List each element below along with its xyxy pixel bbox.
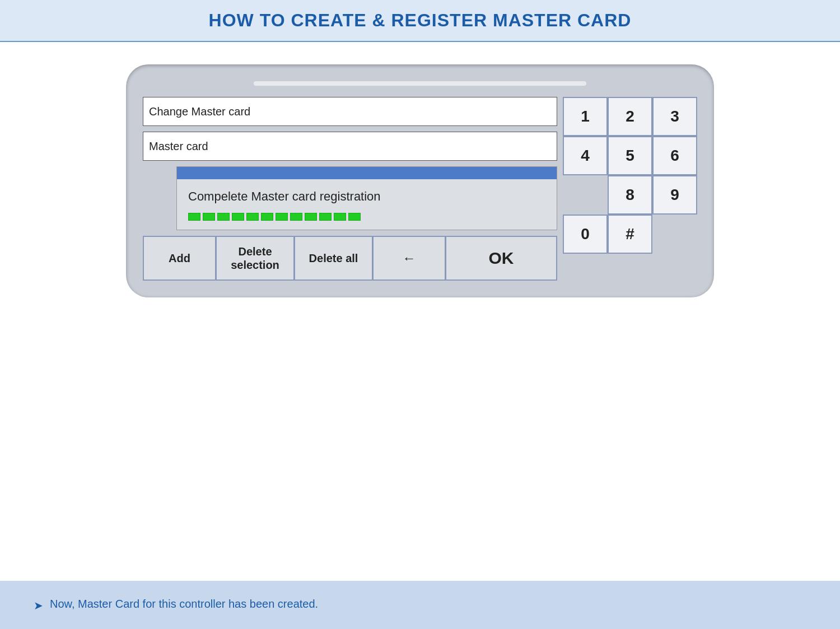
dropdown-popup: Compelete Master card registration [176,166,557,230]
change-master-card-label: Change Master card [149,105,250,118]
progress-segment [203,213,215,221]
key-3[interactable]: 3 [652,97,697,136]
page-title: HOW TO CREATE & REGISTER MASTER CARD [209,10,632,30]
progress-segment [319,213,332,221]
progress-segment [232,213,244,221]
ok-button[interactable]: OK [445,236,557,281]
progress-bar [188,212,545,222]
add-button[interactable]: Add [143,236,216,281]
progress-segment [217,213,230,221]
keypad: 1 2 3 4 5 6 8 9 0 # [563,97,697,254]
key-1[interactable]: 1 [563,97,608,136]
key-9[interactable]: 9 [652,175,697,215]
key-6[interactable]: 6 [652,136,697,175]
key-2[interactable]: 2 [608,97,652,136]
page-header: HOW TO CREATE & REGISTER MASTER CARD [0,0,840,42]
key-hash[interactable]: # [608,215,652,254]
progress-segment [305,213,317,221]
info-item: ➤ Now, Master Card for this controller h… [34,598,806,612]
main-content: Change Master card Master card Compelete… [0,42,840,581]
device-panel: Change Master card Master card Compelete… [126,64,714,297]
master-card-row: Master card [143,132,557,161]
progress-segment [246,213,259,221]
dropdown-body: Compelete Master card registration [177,179,557,230]
delete-selection-label: Deleteselection [231,245,279,272]
change-master-card-row: Change Master card [143,97,557,126]
info-text: Now, Master Card for this controller has… [50,598,318,611]
info-strip: ➤ Now, Master Card for this controller h… [0,581,840,629]
master-card-label: Master card [149,140,208,153]
key-8[interactable]: 8 [608,175,652,215]
master-card-input[interactable]: Master card [143,132,557,161]
progress-segment [348,213,361,221]
dropdown-text: Compelete Master card registration [188,189,545,204]
info-arrow-icon: ➤ [34,599,43,612]
back-button[interactable]: ← [372,236,445,281]
top-bar-decoration [254,81,586,86]
progress-segment [334,213,346,221]
delete-selection-button[interactable]: Deleteselection [216,236,294,281]
key-4[interactable]: 4 [563,136,608,175]
key-0[interactable]: 0 [563,215,608,254]
bottom-buttons: Add Deleteselection Delete all ← OK [143,236,557,281]
key-5[interactable]: 5 [608,136,652,175]
progress-segment [276,213,288,221]
dropdown-header-bar [177,167,557,179]
delete-all-button[interactable]: Delete all [294,236,372,281]
progress-segment [290,213,302,221]
panel-grid: Change Master card Master card Compelete… [143,97,697,281]
progress-segment [188,213,200,221]
change-master-card-input[interactable]: Change Master card [143,97,557,126]
left-panel: Change Master card Master card Compelete… [143,97,563,281]
progress-segment [261,213,273,221]
